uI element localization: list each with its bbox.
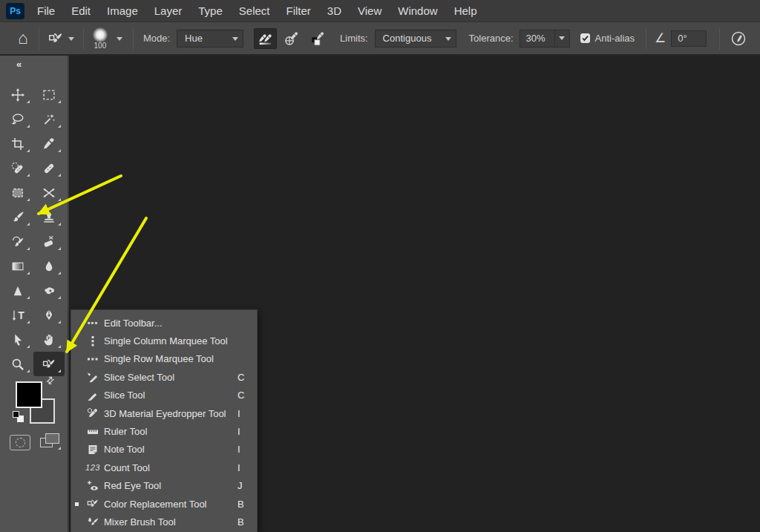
eraser-icon: [42, 235, 56, 249]
single-column-marquee-icon: [87, 335, 99, 347]
check-icon: [581, 34, 589, 42]
spot-healing-brush-tool[interactable]: [2, 156, 33, 180]
default-colors-icon[interactable]: [13, 411, 19, 418]
flyout-item-edit-toolbar[interactable]: ••• Edit Toolbar...: [71, 314, 257, 332]
flyout-item-slice-select[interactable]: Slice Select Tool C: [71, 368, 257, 386]
content-aware-move-tool[interactable]: [33, 180, 65, 205]
menu-filter[interactable]: Filter: [278, 0, 319, 22]
brush-preview-icon: 100: [93, 27, 108, 50]
quick-mask-button[interactable]: [10, 435, 30, 450]
menu-select[interactable]: Select: [231, 0, 278, 22]
hand-icon: [42, 333, 56, 347]
mode-value: Hue: [185, 33, 203, 44]
sampling-background-swatch-button[interactable]: [306, 28, 329, 49]
sampling-once-button[interactable]: [280, 28, 303, 49]
menu-file[interactable]: File: [29, 0, 63, 22]
color-replacement-icon: [87, 498, 99, 510]
flyout-item-mixer-brush[interactable]: Mixer Brush Tool B: [71, 513, 257, 531]
limits-label: Limits:: [340, 33, 368, 44]
eyedropper-tool[interactable]: [33, 131, 65, 156]
tools-panel: «: [0, 56, 69, 532]
object-selection-tool[interactable]: [2, 180, 33, 205]
rectangular-marquee-tool[interactable]: [33, 82, 65, 107]
sharpen-icon: [11, 284, 24, 298]
lasso-tool[interactable]: [2, 107, 33, 131]
pen-icon: [42, 309, 56, 322]
flyout-item-note[interactable]: Note Tool I: [71, 441, 257, 459]
art-history-brush-tool[interactable]: [2, 229, 33, 254]
eraser-tool[interactable]: [33, 229, 65, 254]
chevron-down-icon: [117, 37, 122, 44]
red-eye-icon: [87, 480, 99, 492]
pen-pressure-icon[interactable]: [730, 30, 747, 47]
flyout-item-red-eye[interactable]: Red Eye Tool J: [71, 477, 257, 495]
vertical-type-tool[interactable]: T: [2, 303, 33, 327]
single-row-marquee-icon: [87, 353, 99, 365]
clone-stamp-tool[interactable]: [33, 205, 65, 229]
color-replacement-tool[interactable]: [33, 352, 65, 376]
menu-type[interactable]: Type: [190, 0, 231, 22]
limits-dropdown[interactable]: Contiguous: [375, 30, 456, 47]
healing-brush-icon: [42, 162, 56, 175]
tool-preset-picker[interactable]: [48, 31, 74, 46]
flyout-item-3d-material-eyedropper[interactable]: 3D Material Eyedropper Tool I: [71, 404, 257, 422]
mode-dropdown[interactable]: Hue: [177, 30, 243, 47]
spot-healing-brush-icon: [11, 162, 24, 175]
angle-input[interactable]: 0°: [671, 30, 707, 47]
chevron-down-icon: [559, 36, 565, 43]
magic-wand-tool[interactable]: [33, 107, 65, 131]
collapse-panel-button[interactable]: «: [16, 59, 22, 70]
flyout-item-single-column-marquee[interactable]: Single Column Marquee Tool: [71, 332, 257, 349]
zoom-tool[interactable]: [2, 352, 33, 376]
cursor-arrow-icon: [11, 333, 24, 347]
screen-mode-button[interactable]: [40, 433, 61, 451]
flyout-item-count[interactable]: 123 Count Tool I: [71, 459, 257, 476]
menu-window[interactable]: Window: [390, 0, 445, 22]
foreground-color-swatch[interactable]: [16, 381, 42, 408]
flyout-item-ruler[interactable]: Ruler Tool I: [71, 422, 257, 440]
sampling-continuous-button[interactable]: [254, 28, 277, 49]
limits-value: Contiguous: [383, 33, 432, 44]
clone-stamp-icon: [42, 211, 56, 224]
photoshop-window: Ps File Edit Image Layer Type Select Fil…: [0, 0, 760, 532]
object-selection-icon: [11, 186, 24, 200]
pen-tool[interactable]: [33, 303, 65, 327]
healing-brush-tool[interactable]: [33, 156, 65, 180]
divider: [133, 27, 134, 50]
current-tool-marker: [75, 502, 82, 506]
sharpen-tool[interactable]: [2, 278, 33, 303]
flyout-item-single-row-marquee[interactable]: Single Row Marquee Tool: [71, 350, 257, 368]
move-tool[interactable]: [2, 82, 33, 107]
mode-label: Mode:: [143, 33, 170, 44]
tolerance-value: 30%: [526, 33, 546, 44]
anti-alias-checkbox[interactable]: [580, 33, 590, 43]
menu-help[interactable]: Help: [446, 0, 485, 22]
hand-tool[interactable]: [33, 327, 65, 352]
count-icon: 123: [85, 463, 100, 472]
menu-3d[interactable]: 3D: [319, 0, 350, 22]
brush-tool[interactable]: [2, 205, 33, 229]
flyout-item-color-replacement[interactable]: Color Replacement Tool B: [71, 495, 257, 513]
menu-image[interactable]: Image: [99, 0, 146, 22]
brush-preset-picker[interactable]: 100: [84, 27, 122, 50]
tolerance-dropdown-button[interactable]: [555, 30, 570, 47]
gradient-icon: [11, 260, 24, 273]
menu-layer[interactable]: Layer: [146, 0, 191, 22]
chevron-down-icon: [68, 37, 74, 44]
color-replacement-icon: [42, 358, 56, 371]
path-selection-tool[interactable]: [2, 327, 33, 352]
chevron-down-icon: [445, 37, 451, 44]
blur-tool[interactable]: [33, 254, 65, 278]
home-icon[interactable]: ⌂: [18, 30, 28, 47]
gradient-tool[interactable]: [2, 254, 33, 278]
photoshop-logo[interactable]: Ps: [6, 3, 24, 19]
menu-edit[interactable]: Edit: [63, 0, 99, 22]
options-bar: ⌂ 100 Mode: Hue: [0, 22, 760, 56]
tolerance-input[interactable]: 30%: [520, 30, 555, 47]
flyout-item-slice[interactable]: Slice Tool C: [71, 387, 257, 404]
crop-tool[interactable]: [2, 131, 33, 156]
type-letter: T: [18, 309, 24, 321]
menu-view[interactable]: View: [350, 0, 390, 22]
down-arrow-icon: [11, 309, 17, 321]
smudge-tool[interactable]: [33, 278, 65, 303]
